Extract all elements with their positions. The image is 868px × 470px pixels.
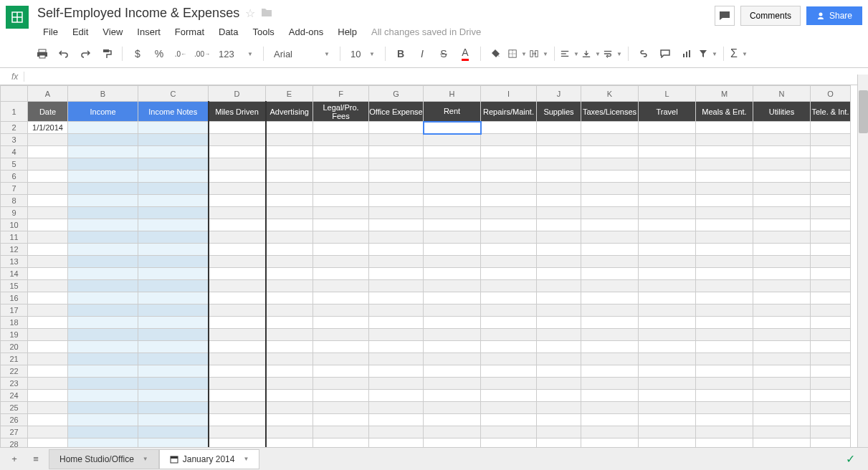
col-header-F[interactable]: F — [313, 86, 369, 102]
cell[interactable] — [68, 158, 138, 171]
cell[interactable] — [424, 158, 481, 171]
cell[interactable] — [369, 219, 424, 231]
decrease-decimal[interactable]: .0← — [171, 44, 190, 63]
cell[interactable] — [481, 280, 537, 292]
cell[interactable] — [28, 195, 68, 207]
cell[interactable] — [639, 304, 696, 317]
add-sheet-button[interactable]: + — [6, 451, 23, 468]
cell[interactable] — [811, 292, 851, 304]
row-header-6[interactable]: 6 — [1, 171, 28, 183]
col-header-H[interactable]: H — [424, 86, 481, 102]
cell[interactable] — [68, 280, 138, 292]
cell[interactable] — [209, 280, 266, 292]
cell[interactable] — [28, 365, 68, 378]
cell[interactable] — [639, 122, 696, 134]
cell[interactable] — [369, 146, 424, 158]
cell[interactable] — [369, 317, 424, 329]
row-header-25[interactable]: 25 — [1, 402, 28, 414]
text-wrap-icon[interactable]: ▼ — [604, 44, 622, 63]
cell[interactable] — [424, 268, 481, 280]
cell[interactable] — [581, 171, 639, 183]
col-header-B[interactable]: B — [68, 86, 138, 102]
cell[interactable] — [481, 146, 537, 158]
cell[interactable] — [696, 414, 753, 426]
cell[interactable] — [753, 304, 811, 317]
cell[interactable] — [424, 426, 481, 438]
cell[interactable] — [28, 329, 68, 341]
cell[interactable] — [424, 146, 481, 158]
cell[interactable] — [28, 317, 68, 329]
share-button[interactable]: Share — [806, 6, 862, 25]
cell[interactable] — [753, 353, 811, 365]
cell[interactable] — [696, 341, 753, 353]
row-header-26[interactable]: 26 — [1, 414, 28, 426]
cell[interactable] — [581, 414, 639, 426]
cell[interactable]: Date — [28, 102, 68, 122]
cell[interactable] — [811, 146, 851, 158]
cell[interactable] — [424, 244, 481, 256]
cell[interactable] — [209, 231, 266, 244]
cell[interactable] — [68, 317, 138, 329]
cell[interactable] — [266, 304, 313, 317]
cell[interactable] — [753, 207, 811, 219]
cell[interactable] — [639, 317, 696, 329]
cell[interactable] — [266, 280, 313, 292]
cell[interactable] — [209, 207, 266, 219]
cell[interactable] — [266, 353, 313, 365]
sheets-logo[interactable] — [6, 6, 29, 29]
menu-format[interactable]: Format — [169, 24, 210, 40]
cell[interactable] — [313, 256, 369, 268]
cell[interactable]: Legal/Pro. Fees — [313, 102, 369, 122]
cell[interactable] — [753, 219, 811, 231]
cell[interactable] — [753, 365, 811, 378]
cell[interactable] — [753, 146, 811, 158]
cell[interactable] — [266, 183, 313, 195]
cell[interactable] — [481, 268, 537, 280]
cell[interactable] — [266, 146, 313, 158]
cell[interactable] — [68, 268, 138, 280]
cell[interactable] — [481, 353, 537, 365]
doc-title[interactable]: Self-Employed Income & Expenses — [37, 6, 239, 21]
cell[interactable] — [369, 122, 424, 134]
format-currency[interactable]: $ — [128, 44, 147, 63]
cell[interactable] — [811, 231, 851, 244]
cell[interactable] — [537, 280, 581, 292]
cell[interactable] — [696, 231, 753, 244]
cell[interactable] — [696, 304, 753, 317]
cell[interactable] — [313, 402, 369, 414]
cell[interactable] — [581, 207, 639, 219]
cell[interactable] — [138, 158, 209, 171]
cell[interactable] — [266, 195, 313, 207]
cell[interactable] — [639, 378, 696, 390]
row-header-17[interactable]: 17 — [1, 304, 28, 317]
cell[interactable] — [313, 329, 369, 341]
cell[interactable] — [313, 158, 369, 171]
cell[interactable] — [581, 146, 639, 158]
cell[interactable] — [753, 134, 811, 146]
cell[interactable] — [138, 183, 209, 195]
cell[interactable] — [696, 122, 753, 134]
cell[interactable] — [696, 219, 753, 231]
cell[interactable] — [209, 292, 266, 304]
cell[interactable] — [424, 341, 481, 353]
row-header-22[interactable]: 22 — [1, 365, 28, 378]
cell[interactable] — [266, 158, 313, 171]
cell[interactable] — [537, 231, 581, 244]
cell[interactable] — [581, 256, 639, 268]
cell[interactable] — [28, 353, 68, 365]
cell[interactable] — [28, 207, 68, 219]
cell[interactable] — [581, 304, 639, 317]
cell[interactable] — [537, 256, 581, 268]
cell[interactable] — [811, 341, 851, 353]
cell[interactable] — [266, 256, 313, 268]
cell[interactable] — [753, 378, 811, 390]
cell[interactable] — [209, 304, 266, 317]
cell[interactable] — [696, 146, 753, 158]
cell[interactable] — [68, 195, 138, 207]
cell[interactable] — [424, 280, 481, 292]
cell[interactable]: Supplies — [537, 102, 581, 122]
cell[interactable] — [424, 183, 481, 195]
format-percent[interactable]: % — [150, 44, 168, 63]
cell[interactable] — [696, 378, 753, 390]
cell[interactable] — [138, 171, 209, 183]
